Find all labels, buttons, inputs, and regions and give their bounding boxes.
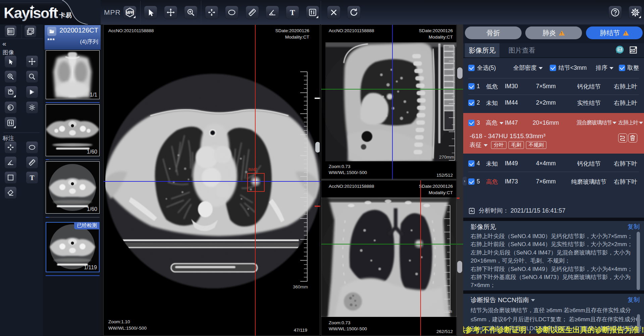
svg-text:T: T (290, 8, 295, 17)
svg-text:Kayisoft: Kayisoft (4, 4, 58, 21)
svg-text:T: T (30, 174, 35, 181)
svg-text:MPR: MPR (125, 10, 134, 15)
svg-text:卡易: 卡易 (59, 12, 72, 19)
